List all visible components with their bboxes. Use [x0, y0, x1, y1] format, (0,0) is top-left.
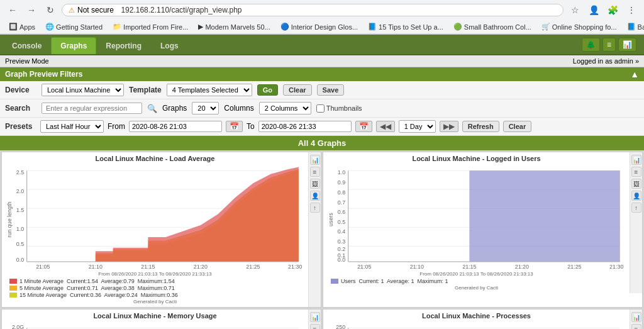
- users-chart: 1.0 0.9 0.8 0.7 0.6 0.5 0.4 0.3 0.2 0.1 …: [326, 164, 627, 269]
- bookmark-item[interactable]: 🌐Getting Started: [42, 21, 106, 32]
- extensions-button[interactable]: 🧩: [605, 3, 620, 18]
- svg-text:21:30: 21:30: [609, 264, 623, 269]
- search-icon-button[interactable]: 🔍: [147, 104, 157, 113]
- bookmark-item[interactable]: 📘Basic Interior Decor...: [623, 21, 644, 32]
- to-date-input[interactable]: [258, 121, 352, 132]
- side-icon-list-2[interactable]: ≡: [631, 167, 641, 177]
- clear2-button[interactable]: Clear: [503, 121, 532, 132]
- svg-text:0.5: 0.5: [16, 241, 24, 247]
- filter-row-presets: Presets Last Half Hour From 📅 To 📅 ◀◀ 1 …: [0, 118, 644, 136]
- svg-text:2.5: 2.5: [16, 169, 24, 176]
- svg-text:users: users: [328, 213, 334, 226]
- bookmark-item[interactable]: 📁Imported From Fire...: [109, 21, 192, 32]
- svg-text:2.0G: 2.0G: [12, 324, 24, 329]
- graphs-count-select[interactable]: 20: [192, 102, 219, 114]
- preview-icon-button[interactable]: 📊: [618, 38, 636, 52]
- bookmark-item[interactable]: 🛒Online Shopping fo...: [538, 21, 621, 32]
- columns-label: Columns: [224, 104, 253, 113]
- calendar-to-button[interactable]: 📅: [355, 121, 372, 132]
- graph-generated-2: Generated by Cacti: [326, 285, 627, 291]
- thumbnails-checkbox[interactable]: [316, 104, 325, 113]
- calendar-from-button[interactable]: 📅: [226, 121, 243, 132]
- svg-rect-48: [469, 170, 619, 262]
- device-select[interactable]: Local Linux Machine: [42, 84, 124, 96]
- side-icon-image-2[interactable]: 🖼: [631, 179, 641, 189]
- clear-button[interactable]: Clear: [283, 84, 312, 96]
- side-icon-list[interactable]: ≡: [310, 167, 320, 177]
- browser-chrome: ← → ↻ ⚠ Not secure 192.168.2.110/cacti/g…: [0, 0, 644, 35]
- url-bar[interactable]: ⚠ Not secure 192.168.2.110/cacti/graph_v…: [62, 4, 564, 16]
- svg-text:2.0: 2.0: [16, 188, 24, 194]
- search-label: Search: [5, 104, 36, 113]
- graph-title-2: Local Linux Machine - Logged in Users: [326, 155, 627, 162]
- bookmark-item[interactable]: 🔵Interior Design Glos...: [277, 21, 362, 32]
- prev-timespan-button[interactable]: ◀◀: [376, 121, 395, 132]
- preset-select[interactable]: Last Half Hour: [40, 120, 104, 133]
- svg-text:21:05: 21:05: [36, 264, 50, 269]
- bookmark-button[interactable]: ☆: [567, 3, 582, 18]
- to-label: To: [247, 122, 255, 131]
- svg-text:21:25: 21:25: [246, 264, 260, 269]
- graph-side-icons-2: 📊 ≡ 🖼 👤 ↑: [630, 152, 642, 293]
- url-text: 192.168.2.110/cacti/graph_view.php: [121, 6, 242, 14]
- tree-icon-button[interactable]: 🌲: [582, 38, 600, 52]
- graphs-label: Graphs: [162, 104, 187, 113]
- timespan-select[interactable]: 1 Day: [399, 120, 436, 133]
- bookmark-item[interactable]: 🔲Apps: [5, 21, 39, 32]
- app-tab-logs[interactable]: Logs: [151, 37, 188, 54]
- graph-panel-memory: Local Linux Machine - Memory Usage 2.0G …: [1, 309, 321, 329]
- app-tab-console[interactable]: Console: [3, 37, 51, 54]
- bookmark-item[interactable]: 🟢Small Bathroom Col...: [450, 21, 535, 32]
- side-icon-user[interactable]: 👤: [310, 191, 320, 201]
- svg-text:21:25: 21:25: [567, 264, 581, 269]
- svg-text:21:10: 21:10: [89, 264, 103, 269]
- processes-chart: 250 200: [326, 321, 627, 329]
- go-button[interactable]: Go: [257, 84, 278, 96]
- graph-side-icons-3: 📊 ≡ 🖼 👤 ↑: [308, 309, 321, 329]
- list-icon-button[interactable]: ≡: [602, 38, 616, 52]
- columns-select[interactable]: 2 Columns: [259, 102, 311, 114]
- menu-button[interactable]: ⋮: [624, 3, 639, 18]
- side-icon-list-3[interactable]: ≡: [310, 324, 320, 329]
- search-input[interactable]: [42, 103, 142, 114]
- refresh-button[interactable]: Refresh: [462, 121, 499, 132]
- bookmark-item[interactable]: 📘15 Tips to Set Up a...: [364, 21, 447, 32]
- nav-bar: ← → ↻ ⚠ Not secure 192.168.2.110/cacti/g…: [0, 0, 644, 20]
- tab-icons: 🌲 ≡ 📊: [582, 38, 641, 52]
- side-icon-chart[interactable]: 📊: [310, 155, 320, 165]
- refresh-browser-button[interactable]: ↻: [43, 3, 58, 18]
- side-icon-up-2[interactable]: ↑: [631, 203, 641, 213]
- memory-chart: 2.0G 1.8G 1.6G 1.4G 1.2G: [4, 321, 306, 329]
- side-icon-image[interactable]: 🖼: [310, 179, 320, 189]
- save-button[interactable]: Save: [317, 84, 345, 96]
- from-label: From: [108, 122, 125, 131]
- side-icon-chart-4[interactable]: 📊: [631, 312, 641, 322]
- device-label: Device: [5, 86, 36, 94]
- app-tab-graphs[interactable]: Graphs: [51, 37, 96, 54]
- side-icon-user-2[interactable]: 👤: [631, 191, 641, 201]
- graph-footer-1: From 08/26/2020 21:03:13 To 08/26/2020 2…: [4, 271, 306, 277]
- from-date-input[interactable]: [129, 121, 222, 132]
- legend-row: 15 Minute Average Current:0.36 Average:0…: [9, 292, 306, 298]
- next-timespan-button[interactable]: ▶▶: [440, 121, 458, 132]
- side-icon-up[interactable]: ↑: [310, 203, 320, 213]
- back-button[interactable]: ←: [5, 3, 20, 18]
- side-icon-chart-3[interactable]: 📊: [310, 312, 320, 322]
- filter-section-header: Graph Preview Filters ▲: [0, 67, 644, 81]
- side-icon-chart-2[interactable]: 📊: [631, 155, 641, 165]
- template-select[interactable]: 4 Templates Selected: [167, 84, 252, 96]
- graph-panel-users: Local Linux Machine - Logged in Users 1.…: [323, 152, 643, 308]
- side-icon-list-4[interactable]: ≡: [631, 324, 641, 329]
- svg-text:0.2: 0.2: [338, 246, 345, 252]
- graph-panel-processes: Local Linux Machine - Processes 250 200: [323, 309, 643, 329]
- forward-button[interactable]: →: [24, 3, 39, 18]
- thumbnails-label[interactable]: Thumbnails: [316, 104, 362, 113]
- graph-legend-1: 1 Minute Average Current:1.54 Average:0.…: [4, 278, 306, 298]
- graph-side-icons-1: 📊 ≡ 🖼 👤 ↑: [308, 152, 321, 307]
- bookmark-item[interactable]: ▶Modern Marvels 50...: [194, 21, 274, 32]
- svg-text:1.0: 1.0: [16, 226, 24, 232]
- graph-title-3: Local Linux Machine - Memory Usage: [4, 312, 306, 320]
- filter-collapse-button[interactable]: ▲: [630, 69, 639, 79]
- profile-button[interactable]: 👤: [586, 3, 601, 18]
- app-tab-reporting[interactable]: Reporting: [96, 37, 151, 54]
